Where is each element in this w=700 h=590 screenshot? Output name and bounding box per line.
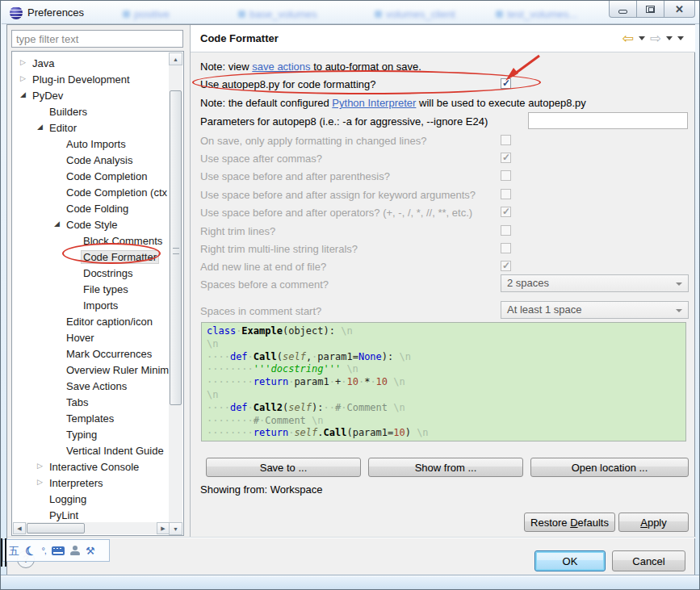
ok-button[interactable]: OK — [534, 550, 606, 571]
title-bar[interactable]: Preferences positivebase_volumesvolumes_… — [2, 1, 700, 24]
ime-mode-icon[interactable]: 五 — [9, 546, 19, 556]
horizontal-scroll-thumb[interactable] — [27, 523, 85, 534]
tree-item-editor[interactable]: ◢Editor — [12, 119, 170, 136]
tree-item-label: Save Actions — [64, 379, 129, 393]
option-checkbox-use-space-before-and-after-operators-etc — [501, 207, 511, 217]
open-location-button[interactable]: Open location ... — [530, 458, 689, 477]
tree-item-templates[interactable]: Templates — [12, 410, 170, 426]
tree-item-label: Typing — [64, 428, 99, 441]
tree-item-pydev[interactable]: ◢PyDev — [12, 87, 170, 103]
soft-keyboard-icon[interactable] — [52, 546, 65, 555]
tree-item-logging[interactable]: Logging — [12, 491, 170, 507]
tree-item-code-analysis[interactable]: Code Analysis — [12, 152, 170, 168]
tree-item-code-style[interactable]: ◢Code Style — [12, 216, 170, 232]
tree-item-interactive-console[interactable]: ▷Interactive Console — [12, 458, 170, 475]
note-text: to auto-format on save. — [311, 61, 421, 73]
tree-item-plug-in-development[interactable]: ▷Plug-in Development — [12, 71, 170, 87]
expand-icon[interactable]: ▷ — [37, 462, 43, 470]
tree-item-label: Auto Imports — [64, 137, 128, 151]
tree-item-hover[interactable]: Hover — [12, 329, 170, 345]
tree-item-save-actions[interactable]: Save Actions — [12, 378, 170, 394]
filter-input[interactable] — [11, 30, 183, 48]
tree-item-editor-caption-icon[interactable]: Editor caption/icon — [12, 313, 170, 329]
restore-defaults-button[interactable]: Restore Defaults — [524, 513, 615, 532]
tree-item-label: PyDev — [30, 89, 65, 103]
cancel-button[interactable]: Cancel — [612, 550, 685, 571]
punctuation-toggle-icon[interactable]: °, — [41, 546, 45, 555]
ime-toolbar[interactable]: 五 ☾ °, ⚒ — [2, 539, 110, 562]
tree-item-imports[interactable]: Imports — [12, 297, 170, 313]
code-line: \n — [207, 338, 681, 351]
scroll-right-icon[interactable]: ▶ — [157, 522, 170, 534]
window-title: Preferences — [27, 6, 84, 19]
preferences-window: Preferences positivebase_volumesvolumes_… — [0, 0, 700, 590]
tree-item-docstrings[interactable]: Docstrings — [12, 265, 170, 281]
spaces-in-comment-start-select: At least 1 space — [501, 301, 689, 319]
user-profile-icon[interactable] — [70, 546, 80, 555]
tree-item-interpreters[interactable]: ▷Interpreters — [12, 475, 170, 491]
tree-item-typing[interactable]: Typing — [12, 426, 170, 442]
tree-item-builders[interactable]: Builders — [12, 103, 170, 119]
params-input[interactable] — [528, 112, 688, 129]
scroll-left-icon[interactable]: ◀ — [13, 522, 26, 534]
code-line: ····def·Call2(self):··#·Comment \n — [207, 402, 681, 415]
history-nav: ⇦ ⇨ — [622, 31, 685, 45]
tree-item-file-types[interactable]: File types — [12, 281, 170, 297]
eclipse-app-icon — [10, 6, 23, 19]
collapse-icon[interactable]: ◢ — [37, 123, 43, 131]
autopep8-checkbox[interactable] — [501, 78, 511, 89]
tree-item-overview-ruler-minima[interactable]: Overview Ruler Minima — [12, 362, 170, 378]
scroll-down-icon[interactable]: ▼ — [169, 522, 182, 535]
option-label-use-space-before-and-after-parenthesis: Use space before and after parenthesis? — [200, 170, 390, 182]
view-menu-caret-icon[interactable] — [677, 36, 684, 40]
tree-item-mark-occurrences[interactable]: Mark Occurrences — [12, 345, 170, 362]
show-from-button[interactable]: Show from ... — [368, 458, 523, 477]
tree-item-tabs[interactable]: Tabs — [12, 394, 170, 410]
option-label-use-space-before-and-after-operators-etc: Use space before and after operators? (+… — [200, 207, 472, 219]
wrench-icon[interactable]: ⚒ — [86, 546, 95, 556]
note-text: Note: view — [200, 61, 252, 73]
tree-item-code-completion[interactable]: Code Completion — [12, 168, 170, 184]
back-icon[interactable]: ⇦ — [622, 31, 634, 45]
expand-icon[interactable]: ▷ — [37, 479, 43, 486]
tree-item-label: Interactive Console — [47, 460, 141, 474]
tree-vertical-scrollbar[interactable]: ▲ ▼ — [169, 52, 182, 535]
option-label-use-space-before-and-after-assign-for-ke: Use space before and after assign for ke… — [200, 189, 476, 201]
expand-icon[interactable]: ▷ — [20, 59, 26, 66]
save-actions-link[interactable]: save actions — [252, 61, 310, 73]
tree-item-pylint[interactable]: PyLint — [12, 507, 170, 521]
close-button[interactable]: ✕ — [664, 1, 695, 18]
chevron-down-icon — [676, 282, 682, 286]
minimize-icon — [618, 10, 627, 14]
expand-icon[interactable]: ▷ — [20, 75, 26, 82]
tree-item-block-comments[interactable]: Block Comments — [12, 232, 170, 249]
minimize-button[interactable] — [609, 1, 637, 18]
tree-item-label: Plug-in Development — [30, 73, 132, 86]
tree-item-label: Logging — [47, 492, 89, 506]
tree-item-code-formatter[interactable]: Code Formatter — [12, 249, 170, 265]
apply-button[interactable]: Apply — [618, 513, 689, 532]
collapse-icon[interactable]: ◢ — [54, 220, 60, 228]
option-label-add-new-line-at-end-of-file: Add new line at end of file? — [200, 261, 326, 273]
tree-item-label: Hover — [64, 331, 97, 345]
tree-item-label: Mark Occurrences — [64, 347, 154, 361]
spaces-before-comment-select: 2 spaces — [501, 274, 689, 292]
select-value: At least 1 space — [507, 303, 582, 316]
back-menu-caret-icon[interactable] — [639, 36, 645, 40]
tree-horizontal-scrollbar[interactable]: ◀ ▶ — [13, 522, 170, 534]
python-interpreter-link[interactable]: Python Interpreter — [332, 97, 416, 109]
full-half-width-moon-icon[interactable]: ☾ — [23, 543, 37, 558]
save-to-button[interactable]: Save to ... — [206, 458, 361, 477]
tree-item-vertical-indent-guide[interactable]: Vertical Indent Guide — [12, 442, 170, 458]
tree-item-code-folding[interactable]: Code Folding — [12, 200, 170, 216]
vertical-scroll-thumb[interactable] — [170, 90, 182, 405]
option-checkbox-use-space-after-commas — [501, 153, 511, 163]
tree-item-code-completion-ctx-i[interactable]: Code Completion (ctx i — [12, 184, 170, 200]
collapse-icon[interactable]: ◢ — [20, 91, 26, 98]
tree-item-auto-imports[interactable]: Auto Imports — [12, 136, 170, 152]
close-icon: ✕ — [675, 4, 684, 15]
scroll-up-icon[interactable]: ▲ — [169, 52, 182, 65]
tree-item-java[interactable]: ▷Java — [12, 55, 170, 71]
maximize-button[interactable] — [636, 1, 664, 18]
tree-item-label: Code Completion (ctx i — [64, 186, 170, 199]
